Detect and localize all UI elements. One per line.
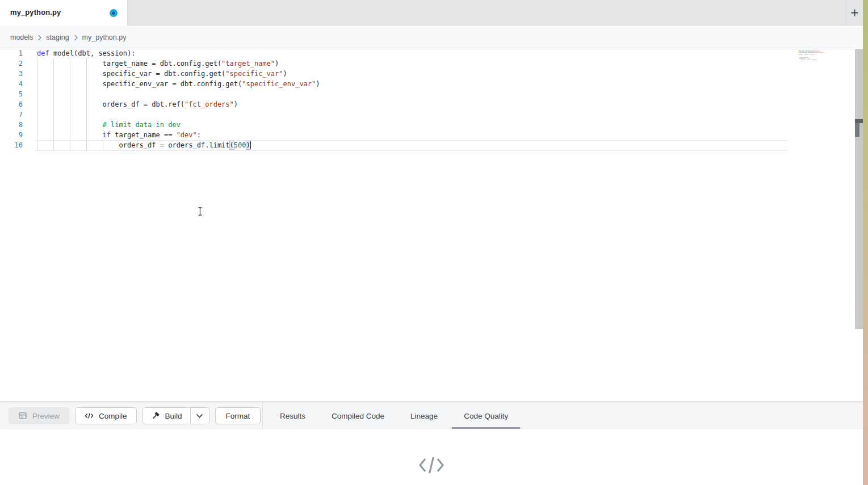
mouse-ibeam-cursor-icon bbox=[197, 206, 203, 216]
file-tab-title: my_python.py bbox=[10, 8, 61, 16]
hammer-icon bbox=[151, 411, 160, 420]
panel-content bbox=[0, 429, 863, 485]
indent-guide bbox=[53, 89, 54, 99]
code-icon bbox=[85, 411, 94, 420]
new-tab-button[interactable] bbox=[846, 0, 863, 26]
breadcrumb: models staging my_python.py bbox=[10, 26, 126, 49]
code-line-1[interactable]: 1def model(dbt, session): bbox=[0, 49, 863, 58]
indent-guide bbox=[37, 109, 37, 120]
plus-icon bbox=[850, 9, 859, 17]
code-line-9[interactable]: 9 if target_name == "dev": bbox=[0, 130, 863, 140]
tab-results[interactable]: Results bbox=[267, 402, 318, 430]
compile-button-label: Compile bbox=[99, 412, 127, 420]
line-number: 6 bbox=[0, 99, 23, 109]
breadcrumb-item-staging[interactable]: staging bbox=[46, 33, 69, 41]
line-number: 3 bbox=[0, 69, 23, 79]
line-number: 7 bbox=[0, 109, 23, 120]
tab-lineage[interactable]: Lineage bbox=[397, 402, 451, 430]
build-button[interactable]: Build bbox=[142, 407, 191, 424]
indent-guide bbox=[70, 89, 70, 99]
table-icon bbox=[18, 411, 27, 420]
preview-button-label: Preview bbox=[32, 412, 60, 420]
format-button-label: Format bbox=[226, 412, 250, 420]
file-tab[interactable]: my_python.py bbox=[0, 0, 128, 26]
line-number: 4 bbox=[0, 79, 23, 89]
toolbar-buttons: Preview Compile Build bbox=[9, 407, 261, 424]
breadcrumb-bar: models staging my_python.py Save bbox=[0, 26, 863, 49]
line-number: 2 bbox=[0, 58, 23, 69]
build-dropdown-button[interactable] bbox=[191, 407, 209, 424]
line-number: 10 bbox=[0, 140, 23, 150]
code-line-7[interactable]: 7 bbox=[0, 109, 863, 120]
code-line-6[interactable]: 6 orders_df = dbt.ref("fct_orders") bbox=[0, 99, 863, 109]
build-button-group: Build bbox=[142, 407, 209, 424]
code-line-3[interactable]: 3 specific_var = dbt.config.get("specifi… bbox=[0, 69, 863, 79]
line-number: 1 bbox=[0, 49, 23, 58]
line-number: 8 bbox=[0, 120, 23, 130]
line-number: 9 bbox=[0, 130, 23, 140]
minimap[interactable]: def model(dbt, session): target_name = d… bbox=[791, 49, 829, 61]
code-line-5[interactable]: 5 bbox=[0, 89, 863, 99]
chevron-right-icon bbox=[37, 35, 41, 41]
scrollbar-cursor-marker bbox=[855, 119, 863, 123]
format-button[interactable]: Format bbox=[215, 407, 261, 424]
breadcrumb-item-file[interactable]: my_python.py bbox=[82, 33, 127, 41]
code-line-10: orders_df = orders_df.limit(500) bbox=[791, 59, 829, 60]
code-empty-state-icon bbox=[418, 456, 445, 475]
compile-button[interactable]: Compile bbox=[75, 407, 137, 424]
indent-guide bbox=[70, 109, 70, 120]
breadcrumb-item-models[interactable]: models bbox=[10, 33, 33, 41]
line-number: 5 bbox=[0, 89, 23, 99]
editor-scrollbar[interactable] bbox=[855, 49, 863, 329]
build-button-label: Build bbox=[165, 412, 182, 420]
chevron-right-icon bbox=[74, 35, 78, 41]
chevron-down-icon bbox=[196, 414, 203, 418]
panel-tabs: Results Compiled Code Lineage Code Quali… bbox=[267, 402, 521, 430]
tab-compiled-code[interactable]: Compiled Code bbox=[318, 402, 397, 430]
indent-guide bbox=[86, 89, 87, 99]
tab-code-quality[interactable]: Code Quality bbox=[451, 402, 521, 430]
indent-guide bbox=[53, 109, 54, 120]
code-line-8[interactable]: 8 # limit data in dev bbox=[0, 120, 863, 130]
tab-bar: my_python.py bbox=[0, 0, 863, 26]
text-cursor bbox=[250, 141, 251, 149]
toolbar-divider bbox=[262, 402, 263, 430]
code-lines: 1def model(dbt, session):2 target_name =… bbox=[0, 49, 863, 150]
indent-guide bbox=[86, 109, 87, 120]
unsaved-changes-dot-icon bbox=[110, 9, 118, 17]
preview-button[interactable]: Preview bbox=[9, 407, 69, 424]
code-line-2[interactable]: 2 target_name = dbt.config.get("target_n… bbox=[0, 58, 863, 69]
ide-window: my_python.py models staging my_python.py… bbox=[0, 0, 868, 485]
indent-guide bbox=[37, 89, 37, 99]
bottom-toolbar: Preview Compile Build bbox=[0, 401, 863, 429]
code-line-4[interactable]: 4 specific_env_var = dbt.config.get("spe… bbox=[0, 79, 863, 89]
desktop-wallpaper-edge bbox=[863, 0, 868, 485]
code-line-10[interactable]: 10 orders_df = orders_df.limit(500) bbox=[0, 140, 863, 150]
scrollbar-thumb[interactable] bbox=[855, 123, 859, 137]
code-editor[interactable]: 1def model(dbt, session):2 target_name =… bbox=[0, 49, 863, 401]
